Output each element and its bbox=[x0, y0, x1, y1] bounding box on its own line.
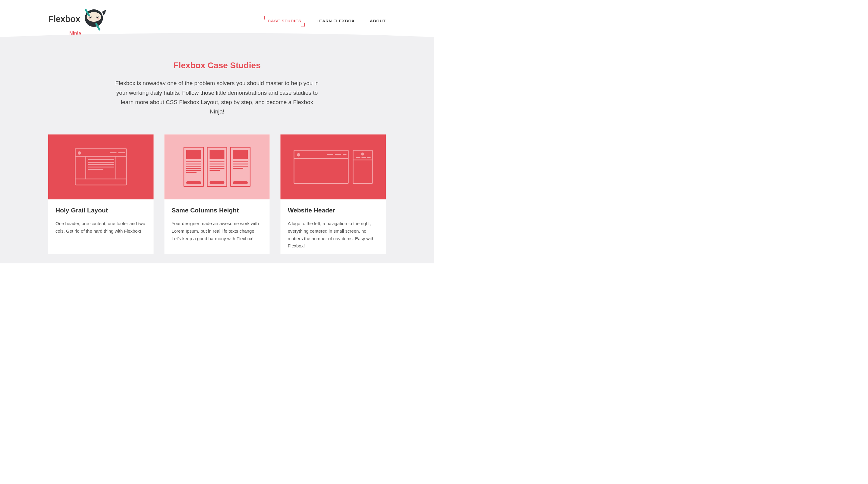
svg-rect-31 bbox=[210, 150, 224, 159]
ninja-icon bbox=[81, 6, 107, 32]
svg-rect-23 bbox=[186, 162, 201, 162]
svg-rect-45 bbox=[294, 150, 348, 183]
card-title: Website Header bbox=[288, 206, 378, 213]
card-title: Holy Grail Layout bbox=[56, 206, 146, 213]
logo[interactable]: Flexbox Ninja bbox=[48, 6, 107, 36]
svg-rect-18 bbox=[88, 164, 114, 165]
svg-rect-16 bbox=[88, 159, 114, 160]
intro-text: Flexbox is nowaday one of the problem so… bbox=[115, 79, 319, 116]
svg-rect-41 bbox=[233, 164, 248, 165]
nav-learn-flexbox[interactable]: LEARN FLEXBOX bbox=[316, 19, 355, 24]
svg-rect-37 bbox=[210, 181, 224, 184]
card-illustration bbox=[281, 134, 386, 199]
svg-point-3 bbox=[97, 18, 99, 20]
card-description: Your designer made an awesome work with … bbox=[172, 220, 262, 242]
card-illustration bbox=[164, 134, 270, 199]
svg-rect-48 bbox=[335, 154, 341, 155]
svg-point-52 bbox=[361, 152, 364, 155]
svg-rect-19 bbox=[88, 167, 114, 168]
svg-rect-55 bbox=[367, 157, 370, 158]
main-nav: CASE STUDIES LEARN FLEXBOX ABOUT bbox=[268, 19, 386, 24]
svg-rect-34 bbox=[210, 166, 224, 167]
svg-rect-29 bbox=[186, 181, 201, 184]
svg-rect-11 bbox=[119, 152, 125, 153]
svg-point-9 bbox=[78, 151, 81, 154]
card-body: Holy Grail Layout One header, one conten… bbox=[48, 199, 153, 239]
logo-main-text: Flexbox bbox=[48, 14, 80, 24]
svg-rect-43 bbox=[233, 168, 243, 169]
svg-rect-20 bbox=[88, 169, 103, 170]
svg-rect-54 bbox=[361, 157, 366, 158]
card-description: One header, one content, one footer and … bbox=[56, 220, 146, 235]
svg-rect-40 bbox=[233, 162, 248, 162]
svg-rect-44 bbox=[233, 181, 248, 184]
nav-case-studies[interactable]: CASE STUDIES bbox=[268, 19, 301, 24]
svg-rect-17 bbox=[88, 162, 114, 163]
svg-rect-22 bbox=[186, 150, 201, 159]
card-same-columns[interactable]: Same Columns Height Your designer made a… bbox=[164, 134, 270, 254]
page-title: Flexbox Case Studies bbox=[48, 60, 386, 70]
card-body: Website Header A logo to the left, a nav… bbox=[281, 199, 386, 254]
svg-point-46 bbox=[297, 153, 300, 156]
svg-rect-39 bbox=[233, 150, 248, 159]
svg-rect-36 bbox=[210, 170, 220, 171]
card-grid: Holy Grail Layout One header, one conten… bbox=[48, 134, 386, 254]
svg-rect-33 bbox=[210, 164, 224, 165]
svg-rect-25 bbox=[186, 166, 201, 167]
card-website-header[interactable]: Website Header A logo to the left, a nav… bbox=[281, 134, 386, 254]
card-illustration bbox=[48, 134, 153, 199]
decorative-curve bbox=[0, 33, 434, 47]
card-body: Same Columns Height Your designer made a… bbox=[164, 199, 270, 247]
svg-rect-28 bbox=[186, 172, 196, 173]
svg-rect-42 bbox=[233, 166, 248, 167]
svg-rect-10 bbox=[110, 152, 117, 153]
svg-rect-49 bbox=[343, 154, 346, 155]
card-description: A logo to the left, a navigation to the … bbox=[288, 220, 378, 250]
svg-rect-47 bbox=[327, 154, 333, 155]
svg-point-2 bbox=[89, 18, 91, 20]
card-title: Same Columns Height bbox=[172, 206, 262, 213]
svg-rect-26 bbox=[186, 168, 201, 169]
svg-rect-35 bbox=[210, 168, 224, 169]
nav-about[interactable]: ABOUT bbox=[370, 19, 386, 24]
svg-rect-32 bbox=[210, 162, 224, 162]
main-content: Flexbox Case Studies Flexbox is nowaday … bbox=[0, 42, 434, 263]
svg-rect-53 bbox=[355, 157, 360, 158]
card-holy-grail[interactable]: Holy Grail Layout One header, one conten… bbox=[48, 134, 153, 254]
svg-rect-27 bbox=[186, 170, 201, 171]
svg-rect-24 bbox=[186, 164, 201, 165]
